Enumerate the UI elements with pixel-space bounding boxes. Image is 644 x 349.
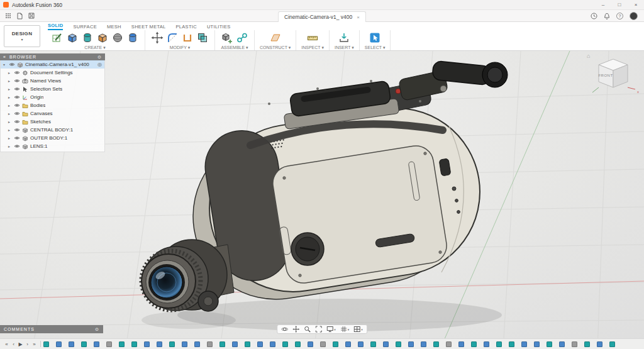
box-icon[interactable] xyxy=(96,31,109,45)
timeline-feature-36[interactable] xyxy=(484,341,489,347)
timeline-feature-32[interactable] xyxy=(433,341,439,347)
timeline-feature-29[interactable] xyxy=(396,341,401,347)
timeline-feature-37[interactable] xyxy=(496,341,502,347)
disclosure-arrow-icon[interactable]: ▸ xyxy=(8,103,12,108)
maximize-button[interactable]: □ xyxy=(611,0,628,9)
timeline-feature-9[interactable] xyxy=(144,341,150,347)
minimize-button[interactable]: – xyxy=(595,0,611,9)
visibility-eye-icon[interactable] xyxy=(14,79,20,83)
timeline-feature-17[interactable] xyxy=(245,341,250,347)
pan-icon[interactable] xyxy=(292,326,299,333)
timeline-feature-8[interactable] xyxy=(131,341,137,347)
timeline-feature-22[interactable] xyxy=(308,341,313,347)
ribbon-group-label-assemble[interactable]: ASSEMBLE ▾ xyxy=(221,45,248,50)
zoom-icon[interactable] xyxy=(304,326,311,333)
visibility-eye-icon[interactable] xyxy=(14,128,20,132)
browser-item-selection-sets[interactable]: ▸Selection Sets xyxy=(1,85,104,93)
ribbon-group-label-modify[interactable]: MODIFY ▾ xyxy=(170,45,191,50)
browser-item-origin[interactable]: ▸Origin xyxy=(1,93,104,101)
orbit-icon[interactable] xyxy=(281,326,288,333)
timeline-feature-31[interactable] xyxy=(421,341,426,347)
comments-options-icon[interactable]: ⊙ xyxy=(95,327,99,332)
ribbon-tab-surface[interactable]: SURFACE xyxy=(73,24,97,30)
joint-icon[interactable] xyxy=(235,31,249,45)
browser-item-central-body-1[interactable]: ▸CENTRAL BODY:1 xyxy=(1,126,104,134)
collapse-panel-icon[interactable]: « xyxy=(3,55,6,59)
ribbon-tab-solid[interactable]: SOLID xyxy=(48,23,63,30)
timeline-feature-13[interactable] xyxy=(194,341,200,347)
workspace-selector[interactable]: DESIGN ▾ xyxy=(4,25,40,47)
create-sketch-icon[interactable] xyxy=(50,31,64,45)
extrude-icon[interactable] xyxy=(65,31,79,45)
visibility-eye-icon[interactable] xyxy=(14,103,20,108)
timeline-feature-39[interactable] xyxy=(521,341,527,347)
browser-item-lens-1[interactable]: ▸LENS:1 xyxy=(1,142,104,150)
timeline-feature-30[interactable] xyxy=(408,341,414,347)
timeline-feature-15[interactable] xyxy=(219,341,225,347)
construction-plane-icon[interactable] xyxy=(269,31,282,45)
browser-item-canvases[interactable]: ▸Canvases xyxy=(1,109,104,118)
disclosure-arrow-icon[interactable]: ▸ xyxy=(8,119,12,124)
measure-icon[interactable] xyxy=(306,31,319,45)
timeline-feature-10[interactable] xyxy=(157,341,162,347)
ribbon-tab-sheet-metal[interactable]: SHEET METAL xyxy=(131,24,166,30)
timeline-feature-14[interactable] xyxy=(207,341,213,347)
visibility-eye-icon[interactable] xyxy=(9,62,15,67)
timeline-feature-21[interactable] xyxy=(295,341,301,347)
new-component-icon[interactable] xyxy=(220,31,234,45)
viewcube-graphic[interactable] xyxy=(589,55,638,96)
timeline-step-forward-button[interactable]: › xyxy=(24,341,31,347)
cylinder-icon[interactable] xyxy=(126,31,140,45)
viewcube-front-face[interactable]: FRONT xyxy=(598,74,613,77)
visibility-eye-icon[interactable] xyxy=(14,136,20,140)
fit-icon[interactable] xyxy=(315,326,322,333)
timeline-feature-45[interactable] xyxy=(597,341,602,347)
timeline-feature-7[interactable] xyxy=(119,341,125,347)
disclosure-arrow-icon[interactable]: ▸ xyxy=(8,87,12,91)
timeline-feature-33[interactable] xyxy=(446,341,452,347)
app-grid-menu-icon[interactable] xyxy=(5,13,11,19)
user-avatar[interactable] xyxy=(630,12,638,20)
timeline-feature-20[interactable] xyxy=(282,341,288,347)
select-icon[interactable] xyxy=(368,31,382,45)
timeline-feature-24[interactable] xyxy=(333,341,338,347)
timeline-feature-25[interactable] xyxy=(345,341,351,347)
timeline-feature-1[interactable] xyxy=(43,341,49,347)
timeline-feature-26[interactable] xyxy=(358,341,364,347)
timeline-feature-18[interactable] xyxy=(257,341,263,347)
disclosure-arrow-icon[interactable]: ▾ xyxy=(3,62,7,67)
shell-icon[interactable] xyxy=(180,31,194,45)
timeline-feature-38[interactable] xyxy=(509,341,514,347)
disclosure-arrow-icon[interactable]: ▸ xyxy=(8,79,12,83)
disclosure-arrow-icon[interactable]: ▸ xyxy=(8,136,12,140)
viewcube-home-icon[interactable]: ⌂ xyxy=(587,53,590,59)
timeline-feature-28[interactable] xyxy=(383,341,389,347)
display-settings-icon[interactable]: ▾ xyxy=(326,326,336,333)
visibility-eye-icon[interactable] xyxy=(14,111,20,116)
timeline-feature-43[interactable] xyxy=(572,341,577,347)
timeline-feature-42[interactable] xyxy=(559,341,565,347)
close-button[interactable]: × xyxy=(628,0,644,9)
timeline-feature-3[interactable] xyxy=(69,341,74,347)
timeline-feature-35[interactable] xyxy=(471,341,477,347)
timeline-feature-40[interactable] xyxy=(534,341,540,347)
timeline-feature-19[interactable] xyxy=(270,341,275,347)
browser-item-bodies[interactable]: ▸Bodies xyxy=(1,101,104,109)
file-menu-icon[interactable] xyxy=(17,13,23,19)
ribbon-tab-utilities[interactable]: UTILITIES xyxy=(207,24,231,30)
grid-settings-icon[interactable]: ▾ xyxy=(340,326,350,333)
timeline-feature-12[interactable] xyxy=(182,341,187,347)
sphere-icon[interactable] xyxy=(111,31,125,45)
timeline-feature-27[interactable] xyxy=(370,341,376,347)
ribbon-group-label-create[interactable]: CREATE ▾ xyxy=(84,45,105,50)
ribbon-tab-plastic[interactable]: PLASTIC xyxy=(176,24,197,30)
browser-root-row[interactable]: ▾Cinematic-Camera-v1_ v400◎ xyxy=(1,60,104,69)
browser-item-outer-body-1[interactable]: ▸OUTER BODY:1 xyxy=(1,134,104,142)
job-status-icon[interactable] xyxy=(591,13,597,19)
tab-close-icon[interactable]: × xyxy=(357,14,360,20)
disclosure-arrow-icon[interactable]: ▸ xyxy=(8,144,12,148)
disclosure-arrow-icon[interactable]: ▸ xyxy=(8,128,12,132)
timeline-feature-46[interactable] xyxy=(609,341,615,347)
timeline-step-back-button[interactable]: ‹ xyxy=(10,341,17,347)
activate-component-icon[interactable]: ◎ xyxy=(97,62,102,67)
